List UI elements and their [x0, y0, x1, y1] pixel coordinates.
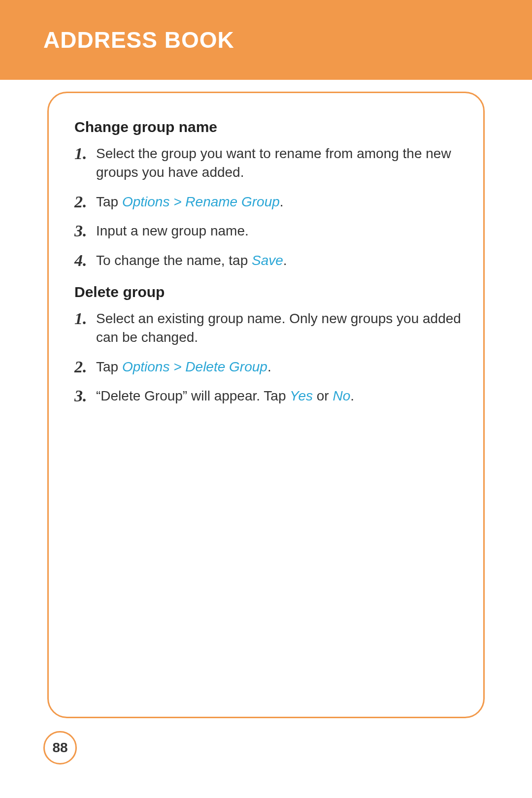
text-fragment: “Delete Group” will appear. Tap [96, 388, 290, 403]
step-text: “Delete Group” will appear. Tap Yes or N… [96, 387, 462, 405]
step-text: Input a new group name. [96, 222, 462, 240]
ui-path-highlight: Options > Rename Group [122, 194, 280, 209]
text-fragment: To change the name, tap [96, 253, 252, 268]
text-fragment: . [280, 194, 284, 209]
step-number: 3. [74, 222, 96, 239]
step-text: Tap Options > Delete Group. [96, 358, 462, 376]
step-change-3: 3. Input a new group name. [74, 222, 462, 240]
step-number: 3. [74, 387, 96, 404]
section-title-delete-group: Delete group [74, 284, 462, 300]
ui-action-highlight: Yes [290, 388, 313, 403]
text-fragment: . [267, 359, 271, 374]
text-fragment: . [350, 388, 354, 403]
page-title: ADDRESS BOOK [43, 27, 234, 53]
text-fragment: . [283, 253, 287, 268]
ui-action-highlight: Save [252, 253, 283, 268]
page-number-badge: 88 [43, 731, 77, 765]
step-number: 2. [74, 358, 96, 375]
step-number: 4. [74, 251, 96, 269]
step-number: 2. [74, 193, 96, 210]
step-change-1: 1. Select the group you want to rename f… [74, 144, 462, 182]
step-delete-3: 3. “Delete Group” will appear. Tap Yes o… [74, 387, 462, 405]
step-number: 1. [74, 309, 96, 327]
step-delete-2: 2. Tap Options > Delete Group. [74, 358, 462, 376]
step-delete-1: 1. Select an existing group name. Only n… [74, 309, 462, 347]
text-fragment: Tap [96, 359, 122, 374]
content-panel: Change group name 1. Select the group yo… [47, 92, 485, 718]
step-text: To change the name, tap Save. [96, 251, 462, 270]
step-change-4: 4. To change the name, tap Save. [74, 251, 462, 270]
text-fragment: or [313, 388, 332, 403]
ui-action-highlight: No [332, 388, 350, 403]
step-text: Select the group you want to rename from… [96, 144, 462, 182]
step-text: Tap Options > Rename Group. [96, 193, 462, 211]
step-change-2: 2. Tap Options > Rename Group. [74, 193, 462, 211]
page-number: 88 [52, 740, 67, 756]
ui-path-highlight: Options > Delete Group [122, 359, 267, 374]
text-fragment: Tap [96, 194, 122, 209]
page-header: ADDRESS BOOK [0, 0, 532, 80]
step-number: 1. [74, 144, 96, 162]
step-text: Select an existing group name. Only new … [96, 309, 462, 347]
section-title-change-group: Change group name [74, 119, 462, 135]
